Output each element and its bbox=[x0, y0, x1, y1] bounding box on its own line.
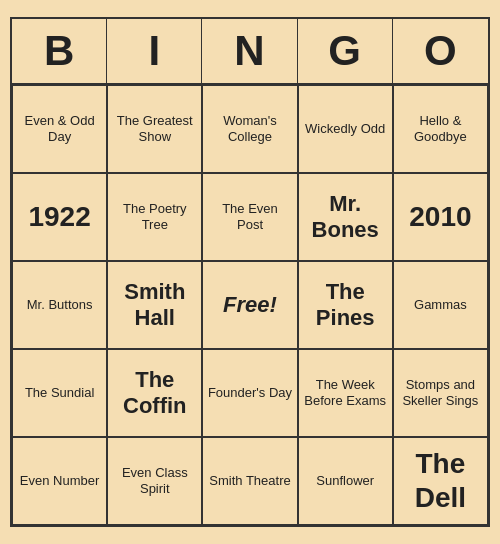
bingo-cell-0: Even & Odd Day bbox=[12, 85, 107, 173]
bingo-cell-18: The Week Before Exams bbox=[298, 349, 393, 437]
bingo-cell-23: Sunflower bbox=[298, 437, 393, 525]
bingo-cell-16: The Coffin bbox=[107, 349, 202, 437]
bingo-cell-21: Even Class Spirit bbox=[107, 437, 202, 525]
bingo-card: BINGO Even & Odd DayThe Greatest ShowWom… bbox=[10, 17, 490, 527]
bingo-cell-19: Stomps and Skeller Sings bbox=[393, 349, 488, 437]
bingo-letter-n: N bbox=[202, 19, 297, 83]
bingo-letter-g: G bbox=[298, 19, 393, 83]
bingo-cell-10: Mr. Buttons bbox=[12, 261, 107, 349]
bingo-cell-14: Gammas bbox=[393, 261, 488, 349]
bingo-cell-7: The Even Post bbox=[202, 173, 297, 261]
bingo-cell-11: Smith Hall bbox=[107, 261, 202, 349]
bingo-cell-9: 2010 bbox=[393, 173, 488, 261]
bingo-cell-12: Free! bbox=[202, 261, 297, 349]
bingo-letter-o: O bbox=[393, 19, 488, 83]
bingo-cell-1: The Greatest Show bbox=[107, 85, 202, 173]
bingo-cell-24: The Dell bbox=[393, 437, 488, 525]
bingo-cell-8: Mr. Bones bbox=[298, 173, 393, 261]
bingo-cell-6: The Poetry Tree bbox=[107, 173, 202, 261]
bingo-cell-17: Founder's Day bbox=[202, 349, 297, 437]
bingo-grid: Even & Odd DayThe Greatest ShowWoman's C… bbox=[12, 85, 488, 525]
bingo-cell-13: The Pines bbox=[298, 261, 393, 349]
bingo-cell-20: Even Number bbox=[12, 437, 107, 525]
bingo-cell-15: The Sundial bbox=[12, 349, 107, 437]
bingo-letter-b: B bbox=[12, 19, 107, 83]
bingo-cell-22: Smith Theatre bbox=[202, 437, 297, 525]
bingo-cell-4: Hello & Goodbye bbox=[393, 85, 488, 173]
bingo-letter-i: I bbox=[107, 19, 202, 83]
bingo-cell-2: Woman's College bbox=[202, 85, 297, 173]
bingo-header: BINGO bbox=[12, 19, 488, 85]
bingo-cell-3: Wickedly Odd bbox=[298, 85, 393, 173]
bingo-cell-5: 1922 bbox=[12, 173, 107, 261]
